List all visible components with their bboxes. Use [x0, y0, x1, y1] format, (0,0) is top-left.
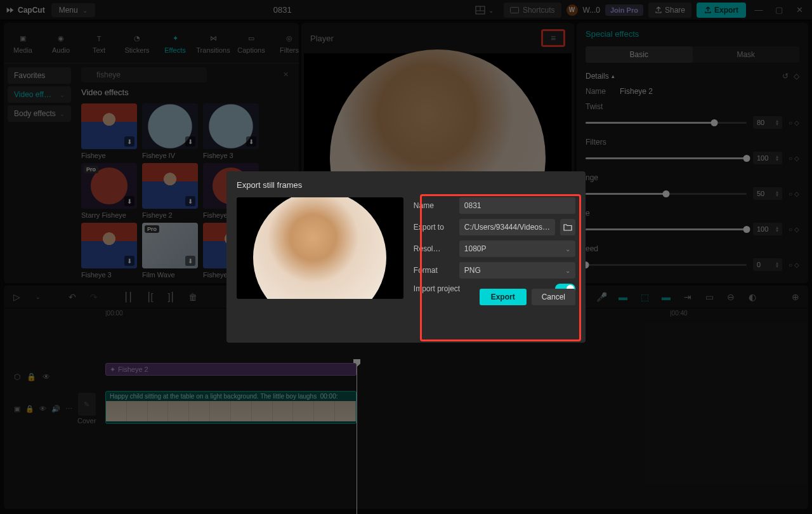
format-select[interactable]: PNG⌄: [459, 262, 575, 279]
modal-export-button[interactable]: Export: [480, 289, 527, 305]
modal-title: Export still frames: [237, 180, 575, 190]
exportto-value: C:/Users/93444/Videos…: [459, 219, 555, 235]
resolution-select[interactable]: 1080P⌄: [459, 241, 575, 257]
export-still-modal: Export still frames Name Export to C:/Us…: [226, 171, 586, 343]
name-label: Name: [414, 201, 454, 210]
browse-folder-button[interactable]: [560, 219, 575, 235]
format-label: Format: [414, 266, 454, 275]
modal-preview: [237, 197, 403, 299]
resolution-label: Resol…: [414, 244, 454, 253]
exportto-label: Export to: [414, 223, 454, 232]
name-input[interactable]: [459, 197, 575, 214]
modal-cancel-button[interactable]: Cancel: [532, 289, 575, 305]
import-project-label: Import project: [414, 284, 460, 293]
